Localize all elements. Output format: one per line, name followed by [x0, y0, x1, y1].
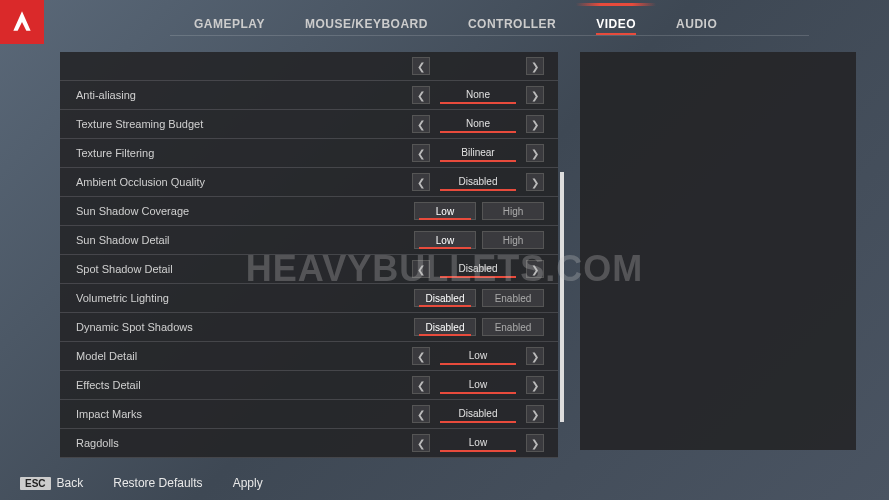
prev-arrow[interactable]: ❮ — [412, 173, 430, 191]
setting-label: Model Detail — [76, 350, 394, 362]
next-arrow[interactable]: ❯ — [526, 405, 544, 423]
selector-value: Low — [436, 379, 520, 392]
side-info-panel — [580, 52, 856, 450]
toggle-option[interactable]: High — [482, 202, 544, 220]
next-arrow[interactable]: ❯ — [526, 376, 544, 394]
setting-label: Effects Detail — [76, 379, 394, 391]
prev-arrow[interactable]: ❮ — [412, 57, 430, 75]
toggle-option[interactable]: High — [482, 231, 544, 249]
next-arrow[interactable]: ❯ — [526, 260, 544, 278]
tab-video[interactable]: VIDEO — [576, 3, 656, 41]
setting-row: Effects Detail❮Low❯ — [60, 371, 558, 400]
selector-value: Low — [436, 350, 520, 363]
back-button[interactable]: ESCBack — [20, 476, 83, 490]
scrollbar[interactable] — [560, 172, 564, 422]
setting-label: Sun Shadow Detail — [76, 234, 394, 246]
next-arrow[interactable]: ❯ — [526, 434, 544, 452]
setting-row: Texture Streaming Budget❮None❯ — [60, 110, 558, 139]
esc-key-icon: ESC — [20, 477, 51, 490]
tab-gameplay[interactable]: GAMEPLAY — [174, 3, 285, 41]
selector-value: Disabled — [436, 176, 520, 189]
next-arrow[interactable]: ❯ — [526, 57, 544, 75]
prev-arrow[interactable]: ❮ — [412, 115, 430, 133]
setting-row: Ambient Occlusion Quality❮Disabled❯ — [60, 168, 558, 197]
next-arrow[interactable]: ❯ — [526, 144, 544, 162]
selector-value: Bilinear — [436, 147, 520, 160]
tab-mousekeyboard[interactable]: MOUSE/KEYBOARD — [285, 3, 448, 41]
prev-arrow[interactable]: ❮ — [412, 86, 430, 104]
selector-value: Low — [436, 437, 520, 450]
setting-row: Impact Marks❮Disabled❯ — [60, 400, 558, 429]
toggle-option[interactable]: Enabled — [482, 289, 544, 307]
toggle-option[interactable]: Disabled — [414, 289, 476, 307]
setting-row: Sun Shadow DetailLowHigh — [60, 226, 558, 255]
top-bar: GAMEPLAYMOUSE/KEYBOARDCONTROLLERVIDEOAUD… — [0, 0, 889, 44]
prev-arrow[interactable]: ❮ — [412, 405, 430, 423]
setting-row: Sun Shadow CoverageLowHigh — [60, 197, 558, 226]
toggle-option[interactable]: Enabled — [482, 318, 544, 336]
setting-label: Sun Shadow Coverage — [76, 205, 394, 217]
game-logo — [0, 0, 44, 44]
setting-row: Anti-aliasing❮None❯ — [60, 81, 558, 110]
setting-row: Texture Filtering❮Bilinear❯ — [60, 139, 558, 168]
selector-value: Disabled — [436, 263, 520, 276]
setting-row: Model Detail❮Low❯ — [60, 342, 558, 371]
toggle-option[interactable]: Low — [414, 231, 476, 249]
settings-tabs: GAMEPLAYMOUSE/KEYBOARDCONTROLLERVIDEOAUD… — [174, 3, 737, 41]
setting-label: Volumetric Lighting — [76, 292, 394, 304]
tab-audio[interactable]: AUDIO — [656, 3, 737, 41]
setting-label: Anti-aliasing — [76, 89, 394, 101]
setting-row: Dynamic Spot ShadowsDisabledEnabled — [60, 313, 558, 342]
selector-value: None — [436, 89, 520, 102]
tab-controller[interactable]: CONTROLLER — [448, 3, 576, 41]
next-arrow[interactable]: ❯ — [526, 347, 544, 365]
setting-row: Spot Shadow Detail❮Disabled❯ — [60, 255, 558, 284]
setting-label: Ambient Occlusion Quality — [76, 176, 394, 188]
apply-button[interactable]: Apply — [233, 476, 263, 490]
setting-label: Texture Streaming Budget — [76, 118, 394, 130]
toggle-option[interactable]: Disabled — [414, 318, 476, 336]
setting-label: Ragdolls — [76, 437, 394, 449]
footer-bar: ESCBack Restore Defaults Apply — [20, 476, 263, 490]
next-arrow[interactable]: ❯ — [526, 115, 544, 133]
settings-panel: ❮x❯Anti-aliasing❮None❯Texture Streaming … — [60, 52, 558, 458]
setting-row: Volumetric LightingDisabledEnabled — [60, 284, 558, 313]
next-arrow[interactable]: ❯ — [526, 173, 544, 191]
setting-row: ❮x❯ — [60, 52, 558, 81]
prev-arrow[interactable]: ❮ — [412, 144, 430, 162]
prev-arrow[interactable]: ❮ — [412, 434, 430, 452]
toggle-option[interactable]: Low — [414, 202, 476, 220]
setting-label: Spot Shadow Detail — [76, 263, 394, 275]
setting-row: Ragdolls❮Low❯ — [60, 429, 558, 458]
prev-arrow[interactable]: ❮ — [412, 260, 430, 278]
setting-label: Texture Filtering — [76, 147, 394, 159]
prev-arrow[interactable]: ❮ — [412, 347, 430, 365]
prev-arrow[interactable]: ❮ — [412, 376, 430, 394]
restore-defaults-button[interactable]: Restore Defaults — [113, 476, 202, 490]
next-arrow[interactable]: ❯ — [526, 86, 544, 104]
selector-value: None — [436, 118, 520, 131]
setting-label: Dynamic Spot Shadows — [76, 321, 394, 333]
selector-value: Disabled — [436, 408, 520, 421]
setting-label: Impact Marks — [76, 408, 394, 420]
